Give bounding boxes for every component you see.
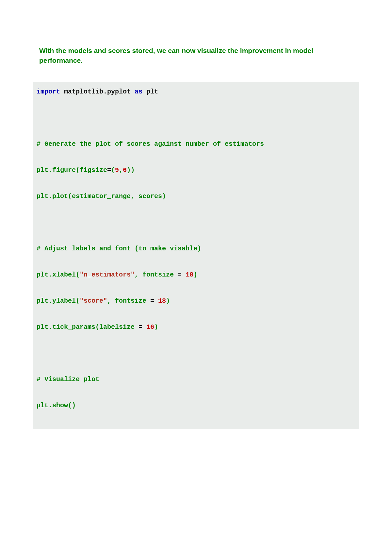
arg-fontsize: , fontsize — [135, 271, 178, 278]
paren-open: ( — [111, 166, 115, 174]
call-tickparams: plt.tick_params(labelsize — [37, 323, 139, 331]
num-6: 6 — [123, 166, 127, 174]
str-score: "score" — [80, 297, 107, 305]
module-name: matplotlib.pyplot — [60, 88, 135, 95]
blank-gap — [37, 114, 355, 140]
comma: , — [119, 166, 123, 174]
blank-gap — [37, 349, 355, 376]
code-comment-visualize: # Visualize plot — [37, 376, 355, 383]
alias-plt: plt — [142, 88, 158, 95]
num-16: 16 — [146, 323, 154, 331]
code-line-plot: plt.plot(estimator_range, scores) — [37, 193, 355, 200]
paren-close: ) — [166, 297, 170, 305]
eq: = — [139, 323, 142, 331]
space — [154, 297, 158, 305]
comment-text: # Generate the plot of scores against nu… — [37, 140, 264, 148]
code-line-show: plt.show() — [37, 402, 355, 410]
code-line-tickparams: plt.tick_params(labelsize = 16) — [37, 323, 355, 331]
space — [142, 323, 146, 331]
call-figure: plt.figure(figsize — [37, 166, 107, 174]
num-18: 18 — [158, 297, 166, 305]
comment-text: # Visualize plot — [37, 376, 99, 383]
eq: = — [178, 271, 182, 278]
call-show: plt.show() — [37, 402, 76, 409]
num-9: 9 — [115, 166, 119, 174]
code-line-figure: plt.figure(figsize=(9,6)) — [37, 166, 355, 174]
code-comment-generate: # Generate the plot of scores against nu… — [37, 140, 355, 148]
call-plot: plt.plot(estimator_range, scores) — [37, 193, 166, 200]
kw-import: import — [37, 88, 60, 95]
space — [182, 271, 186, 278]
code-line-ylabel: plt.ylabel("score", fontsize = 18) — [37, 297, 355, 305]
arg-fontsize: , fontsize — [107, 297, 150, 305]
call-xlabel: plt.xlabel( — [37, 271, 80, 278]
code-block: import matplotlib.pyplot as plt # Genera… — [33, 82, 359, 429]
code-comment-labels: # Adjust labels and font (to make visabl… — [37, 245, 355, 253]
str-nestimators: "n_estimators" — [80, 271, 135, 278]
paren-close: ) — [154, 323, 158, 331]
call-ylabel: plt.ylabel( — [37, 297, 80, 305]
code-line-import: import matplotlib.pyplot as plt — [37, 88, 355, 96]
comment-text: # Adjust labels and font (to make visabl… — [37, 245, 201, 252]
code-line-xlabel: plt.xlabel("n_estimators", fontsize = 18… — [37, 271, 355, 279]
paren-close: ) — [193, 271, 197, 278]
intro-text: With the models and scores stored, we ca… — [33, 46, 359, 66]
eq: = — [150, 297, 154, 305]
paren-close: )) — [127, 166, 135, 174]
kw-as: as — [135, 88, 142, 95]
eq: = — [107, 166, 111, 174]
blank-gap — [37, 219, 355, 245]
num-18: 18 — [186, 271, 193, 278]
